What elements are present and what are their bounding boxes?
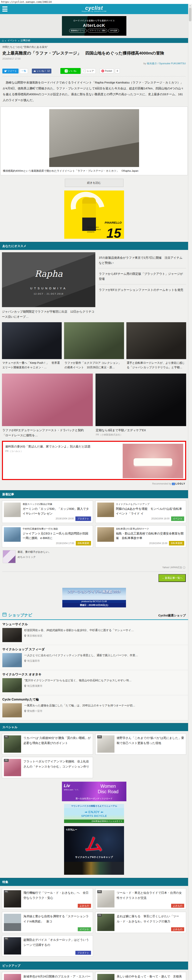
ad-brand: AlterLocK [83, 23, 105, 28]
headline-link[interactable]: ラファからEFチーム用の限定版「ブラックアウト」ジャージが登場 [98, 268, 186, 285]
special-grid: PR リカバーは“入眠後90分”が勝負「質の良い睡眠」が必要な理由と寝具選びのポ… [0, 731, 188, 781]
shop-item[interactable]: サイクルショップ スフィーダ 一人ひとりに合わせたバイクフィッティングを得意とし… [0, 645, 188, 670]
feature-card[interactable]: PR 走れば腑に落ちる 筆舌に尽くしがたい「ツール・ド・おきなわ」サイクリングの… [95, 912, 186, 933]
pocket-icon: ∨ [101, 70, 104, 72]
category-badge[interactable]: イベント [78, 927, 91, 931]
category-badge[interactable]: 自転車新聞 [76, 541, 91, 546]
shop-item[interactable]: マシューサイクル 杉並区阿佐ヶ谷、JR総武線阿佐ヶ谷駅から徒歩5分、中杉通りに面… [0, 620, 188, 645]
logo-text: cyclist [85, 5, 103, 11]
scroll-up-arrow[interactable] [188, 4, 192, 7]
category-badge[interactable]: よみもの [78, 904, 91, 908]
card-title: 美しい緑の中を走って・食べて・遊んで 京都美山サイクルグリーンツアー [117, 974, 184, 980]
shop-name[interactable]: マシューサイクル [2, 622, 186, 627]
shop-name[interactable]: Cycle Community.たて輪 [2, 698, 186, 702]
card-title: 盗難防止デバイス「オルターロック」はどういうシーンで活躍するの [24, 937, 91, 950]
facebook-like-button[interactable]: いいね！ 12 [32, 68, 51, 73]
fb-share-button[interactable]: シェア [82, 68, 96, 74]
article-card[interactable]: 自転車選びの基準はBAAマーク 福島・郡山北工業高校で自転車の交通安全教室を開催… [95, 525, 186, 547]
ad-top-text: マウンテンバイクの情報そろえてリニューアル [64, 804, 124, 808]
card-thumbnail: PR [97, 914, 115, 931]
recommend-card[interactable]: ラファが新作「エクスプロア コレクション」の発表イベント 10月26日に東京・原… [64, 322, 124, 371]
feature-card[interactable]: 海岸線と豊かな自然を満喫する「ステーションライドin南房総」 新コ イベント [2, 912, 93, 933]
info-icon[interactable]: i [183, 566, 185, 569]
shop-location: 東京都杉並区 [27, 634, 42, 638]
liv-ad[interactable]: Liv 女性のための「リブ」 Women Disc Road 選べる女性用カーボ… [62, 782, 126, 801]
tweet-button[interactable]: ツイート [2, 68, 19, 73]
pinarello-brand: PINARELLO [105, 221, 122, 224]
jersey-graphic [64, 862, 124, 875]
pr-label: PR [4, 937, 9, 940]
shop-name[interactable]: サイクルショップ スフィーダ [2, 648, 186, 652]
article-body: 急峻な山間部や未舗装路をロードバイクでめぐるライドイベント「Rapha Pres… [0, 76, 188, 107]
yahoo-ad[interactable]: 最近、妻の様子がおかしい。 めちゃコミック [0, 548, 188, 563]
feature-card[interactable]: PR 飛行機輪行で「ツール・ド・おきなわ」へ 全日空ならラクラク・安心 よみもの [2, 888, 93, 910]
read-more-button[interactable]: 続きを読む [65, 179, 123, 187]
recommend-card[interactable]: マチューが大一番へ「Keep Push！」 世界選エリート開催直前のキャニオン・… [2, 322, 62, 371]
shopnavi-header: ショップナビ Cyclist厳選ショップ [0, 610, 188, 620]
yahoo-ad-credit: Yahoo! JAPAN広告i [0, 563, 188, 569]
shop-name[interactable]: サイクルワークス オオタキ [2, 673, 186, 676]
recommend-card-large[interactable]: 定期なら3回まで半額／エディケアEX PR（小林製薬株式会社） [96, 374, 186, 438]
home-icon[interactable]: ⌂ [2, 39, 4, 42]
card-title: 走れば腑に落ちる 筆舌に尽くしがたい「ツール・ド・おきなわ」サイクリングの魅力 [117, 914, 184, 926]
recommend-card-large[interactable]: ラファがEFエデュケーションファースト・ドラパックと契約 「ロードレースに個性を… [2, 374, 93, 438]
teeth-whitening-ad[interactable]: 歯科医の妻(43)「黄ばんだ歯、家でカンタンよ」別人級だと話題 PR（コハルト） [2, 441, 186, 480]
byline-author[interactable]: 福光俊介 / Syunsuke FUKUMITSU [147, 62, 186, 65]
new-articles-grid: 最新スペックの2製品が対象 ガーミンの「エッジ530」「エッジ830」購入でタイ… [0, 498, 188, 548]
card-caption: ラファがEFエデュケーションファースト・ドラパックと契約 「ロードレースに個性を… [2, 426, 93, 438]
tweet-label: ツイート [8, 69, 17, 73]
category-badge[interactable]: プロダクト [76, 517, 91, 521]
line-like-button[interactable]: LINE いいね [60, 68, 81, 74]
category-badge[interactable]: 自転車新聞 [169, 541, 184, 546]
ad-headline: ロードバイクを盗難から守る最新デバイス [73, 19, 115, 22]
headline-link[interactable]: 3Tの新製品発表会がラファ東京で2月7日に開催 注目アイテムなど勢揃い [98, 252, 186, 268]
special-card[interactable]: PR 猪野学さん「これまでの“坂バカ”は死にました」乗鞍で自己ベスト更新も悟った… [95, 733, 186, 755]
pinarello-ad[interactable]: PINARELLO 15 FIFTEEN TIMES TOUR DE FRANC… [64, 191, 124, 239]
ad-title: ステーションライドin 南房総 2019 [62, 588, 126, 600]
byline-prefix: by [143, 62, 146, 65]
gekkan-mu-ad[interactable]: ©月刊ムー ム サイクルウェア&サイクルキャップ [64, 826, 124, 875]
shop-item[interactable]: サイクルワークス オオタキ “荒川サイクリングロード”からもほど近く、物見山や白… [0, 670, 188, 695]
liv-title-2: Disc Road [98, 789, 118, 795]
scroll-thumb[interactable] [189, 8, 191, 21]
special-card[interactable]: PR リカバーは“入眠後90分”が勝負「質の良い睡眠」が必要な理由と寝具選びのポ… [2, 733, 93, 755]
recommend-lead-card[interactable]: Rapha UTSUNOMIYA 12.OCT - 21.OCT.2018 ジャ… [2, 252, 95, 319]
mu-caption: サイクルウェア&サイクルキャップ [64, 856, 124, 859]
pickup-card[interactable]: 美しい緑の中を走って・食べて・遊んで 京都美山サイクルグリーンツアー イベント [95, 972, 186, 980]
recommend-card[interactable]: 選手と自転車ロードレースが、より身近に感じる「ジャパンカップクリテリウム」と宇都… [126, 322, 186, 371]
article-card[interactable]: 最新スペックの2製品が対象 ガーミンの「エッジ530」「エッジ830」購入でタイ… [2, 501, 93, 523]
shop-description: 杉並区阿佐ヶ谷、JR総武線阿佐ヶ谷駅から徒歩5分、中杉通りに面する「マシューサイ… [24, 628, 134, 632]
feature-card[interactable]: PR ツール・ド・東北と仙台ライドで日本・台湾の女性サイクリストが交流 よみもの [95, 888, 186, 910]
card-thumbnail: PR [4, 890, 21, 907]
station-ride-ad[interactable]: ステーションライドin 南房総 2019 produced by BiCYCLE… [62, 588, 126, 608]
logly-brand[interactable]: LOGLY [176, 482, 185, 485]
pickup-card[interactable]: 新城幸也が8月24日開幕のブエルタ・ア・エスパーニャに出場決定 自転車新聞 [2, 972, 93, 980]
category-badge[interactable]: イベント [171, 517, 184, 521]
ad-feature-3: GPS追跡 [108, 29, 119, 33]
scrollbar[interactable] [188, 4, 192, 980]
special-card[interactable]: PR フラットペダルでアイアンマン初挑戦 谷上礼佳さんの「チャンスをつかむ」コン… [2, 757, 93, 778]
feature-card[interactable]: PR 盗難防止デバイス「オルターロック」はどういうシーンで活躍するの プロダクト [2, 935, 93, 956]
alterlock-top-ad[interactable]: ロードバイクを盗難から守る最新デバイス AlterLocK 振動検知アラーム ス… [62, 16, 126, 36]
headline-link[interactable]: ラファがEFエデュケーションファーストのチームキットを発売 [98, 285, 186, 295]
section-header-pickup: ピックアップ [0, 962, 188, 970]
card-kicker: 中村時広愛媛県知事が一行を激励 [23, 527, 91, 531]
photo-caption: 獲得標高約4000mという最高難易度で開かれたライドイベント「ラファ・プレステー… [3, 169, 185, 173]
shopnavi-title[interactable]: ショップナビ [8, 612, 32, 618]
category-badge[interactable]: プロダクト [76, 951, 91, 955]
article-card[interactable]: 中村時広愛媛県知事が一行を激励 ジャイアント元CEOトニー氏ら台湾訪問団が四国一… [2, 525, 93, 547]
article-photo[interactable] [49, 109, 139, 167]
enjoy-sports-bicycle-ad[interactable]: マウンテンバイクの情報そろえてリニューアル ➡ ENJOY ⬅ SPORTS B… [64, 804, 124, 823]
article-byline: by 福光俊介 / Syunsuke FUKUMITSU [2, 60, 186, 66]
category-badge[interactable]: よみもの [171, 904, 184, 908]
category-badge[interactable]: よみもの [171, 927, 184, 931]
site-logo[interactable]: cyclist Supported by SANSPO.COM [0, 5, 188, 12]
shop-item[interactable]: Cycle Community.たて輪 一風変わった建物を店舗にした「たて輪」は… [0, 695, 188, 720]
card-image [2, 374, 93, 426]
tweet-list-button[interactable]: 一覧 [20, 68, 28, 74]
card-kicker: 最新スペックの2製品が対象 [23, 503, 91, 506]
new-articles-list-button[interactable]: 新着記事一覧へ [158, 574, 186, 582]
breadcrumb-event[interactable]: イベント [8, 39, 17, 42]
pocket-button[interactable]: ∨ Pocket [100, 68, 114, 73]
article-card[interactable]: エイドグルメもグレードアップ 阿蘇の山&あか牛を堪能 モンベルの“山岳”自転車イ… [95, 501, 186, 523]
